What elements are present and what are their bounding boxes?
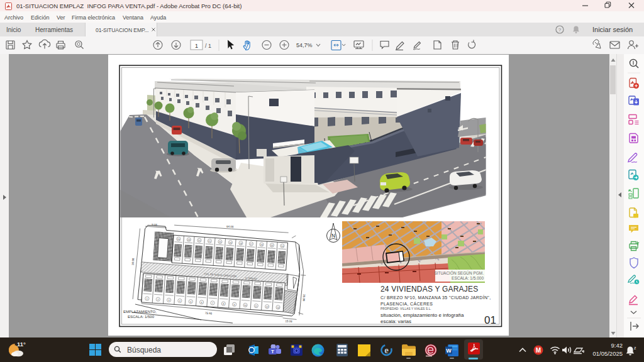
svg-text:z: z	[634, 346, 636, 350]
svg-text:W: W	[446, 348, 452, 354]
svg-text:01: 01	[484, 314, 496, 326]
svg-text:12: 12	[266, 305, 269, 308]
svg-text:9: 9	[234, 304, 235, 306]
svg-text:15: 15	[270, 244, 273, 247]
svg-text:N: N	[331, 233, 335, 239]
svg-text:15.08: 15.08	[285, 319, 292, 323]
svg-text:35.96: 35.96	[302, 294, 306, 302]
svg-text:9.08: 9.08	[152, 223, 158, 227]
svg-text:3: 3	[168, 299, 169, 302]
svg-text:75.98: 75.98	[205, 312, 213, 315]
svg-text:20: 20	[219, 241, 221, 243]
svg-text:ESCALA: 1/500: ESCALA: 1/500	[128, 315, 155, 319]
svg-text:?: ?	[558, 27, 562, 33]
svg-text:4: 4	[179, 300, 180, 302]
svg-text:5: 5	[190, 300, 191, 303]
svg-text:PROPIEDAD: VILLAS Y VIALES S.L: PROPIEDAD: VILLAS Y VIALES S.L.	[380, 307, 431, 310]
svg-text:13: 13	[277, 307, 279, 309]
svg-text:64.08: 64.08	[226, 225, 234, 229]
svg-text:SITUACIÓN SEGÚN PGM.: SITUACIÓN SEGÚN PGM.	[434, 270, 484, 275]
svg-text:6: 6	[201, 302, 202, 304]
svg-text:2: 2	[157, 299, 158, 301]
svg-text:17: 17	[250, 243, 252, 246]
svg-text:1: 1	[147, 298, 148, 300]
svg-text:11: 11	[255, 305, 257, 307]
svg-text:/ 1: / 1	[205, 43, 211, 49]
svg-text:7: 7	[212, 302, 213, 305]
svg-text:16: 16	[260, 244, 263, 246]
svg-text:11°: 11°	[17, 341, 26, 348]
svg-text:escala: varias: escala: varias	[380, 319, 411, 324]
svg-text:1: 1	[195, 43, 198, 49]
svg-text:22: 22	[198, 239, 201, 242]
svg-text:36.98: 36.98	[131, 258, 135, 265]
svg-text:54,7%: 54,7%	[296, 42, 313, 48]
svg-text:situación, emplazamiento e inf: situación, emplazamiento e infografía	[380, 312, 464, 318]
svg-text:PLASENCIA, CÁCERES: PLASENCIA, CÁCERES	[380, 301, 433, 306]
svg-text:19: 19	[229, 241, 231, 244]
svg-text:24 VIVIENDAS Y GARAJES: 24 VIVIENDAS Y GARAJES	[380, 285, 478, 293]
svg-text:24: 24	[177, 238, 180, 241]
svg-text:8: 8	[223, 303, 224, 305]
svg-text:e: e	[384, 345, 389, 355]
svg-text:14: 14	[281, 245, 284, 248]
svg-text:ESCALA: 1/5.000: ESCALA: 1/5.000	[452, 276, 484, 280]
svg-text:C/ BREZO Nº10, MANZANA 35 "CIU: C/ BREZO Nº10, MANZANA 35 "CIUDAD JARDÍN…	[380, 295, 491, 300]
svg-text:M: M	[536, 347, 541, 354]
svg-text:T: T	[271, 349, 274, 354]
svg-text:EMPLAZAMIENTO,: EMPLAZAMIENTO,	[123, 310, 157, 314]
svg-text:23: 23	[187, 239, 190, 241]
svg-text:18: 18	[240, 242, 242, 244]
svg-text:10: 10	[244, 304, 247, 307]
svg-text:21: 21	[208, 240, 211, 243]
